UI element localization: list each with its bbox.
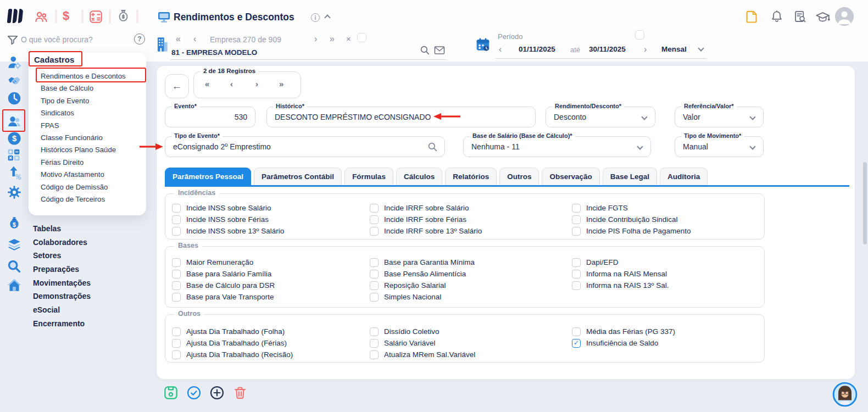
cb-ajusta-dia-trabalhado-folha[interactable]: Ajusta Dia Trabalhado (Folha)	[172, 327, 293, 336]
confirm-button[interactable]	[187, 386, 201, 400]
cb-dissidio-coletivo[interactable]: Dissídio Coletivo	[370, 327, 475, 336]
menu-item-ferias-direito[interactable]: Férias Direito	[41, 157, 126, 169]
company-last-button[interactable]: »	[330, 35, 335, 43]
sidebar-section-demonstracoes[interactable]: Demonstrações	[33, 289, 91, 303]
mail-icon[interactable]	[434, 46, 445, 57]
sidebar-section-preparacoes[interactable]: Preparações	[33, 263, 91, 276]
cb-base-garantia-minima[interactable]: Base para Garantia Mínima	[370, 258, 475, 267]
cb-incide-irrf-sobre-ferias[interactable]: Incide IRRF sobre Férias	[370, 215, 482, 224]
vertical-scrollbar[interactable]	[863, 162, 867, 244]
company-next-button[interactable]: ›	[314, 35, 317, 43]
tipo-movimento-select[interactable]	[683, 137, 748, 156]
sidebar-section-movimentacoes[interactable]: Movimentações	[33, 276, 91, 290]
sidebar-section-esocial[interactable]: eSocial	[33, 303, 91, 317]
period-start-date[interactable]: 01/11/2025	[519, 45, 555, 53]
base-salario-select[interactable]	[471, 137, 635, 156]
period-next-button[interactable]: ›	[644, 45, 647, 54]
tab-parametros-pessoal[interactable]: Parâmetros Pessoal	[165, 168, 251, 185]
cb-incide-irrf-sobre-salario[interactable]: Incide IRRF sobre Salário	[370, 203, 482, 213]
search-module-icon[interactable]	[7, 259, 21, 274]
math-operations-icon[interactable]	[7, 148, 21, 163]
cb-salario-variavel[interactable]: Salário Variável	[370, 338, 475, 348]
tab-base-legal[interactable]: Base Legal	[603, 168, 657, 185]
menu-item-codigo-de-demissao[interactable]: Código de Demissão	[41, 181, 126, 193]
chevron-down-icon[interactable]	[641, 114, 647, 120]
company-first-button[interactable]: «	[176, 35, 181, 43]
clock-icon[interactable]	[7, 91, 21, 105]
filter-funnel-icon[interactable]	[7, 34, 19, 48]
tab-parametros-contabil[interactable]: Parâmetros Contábil	[254, 168, 342, 185]
employees-icon[interactable]	[34, 10, 48, 26]
home-icon[interactable]	[7, 278, 21, 292]
app-logo[interactable]	[7, 9, 24, 23]
chevron-down-icon[interactable]	[749, 114, 755, 120]
tab-formulas[interactable]: Fórmulas	[344, 168, 393, 185]
user-avatar[interactable]	[835, 7, 854, 26]
menu-item-sindicatos[interactable]: Sindicatos	[41, 107, 126, 119]
add-button[interactable]	[210, 386, 224, 400]
company-prev-button[interactable]: ‹	[193, 35, 196, 43]
period-prev-button[interactable]: ‹	[499, 45, 502, 54]
sidebar-section-tabelas[interactable]: Tabelas	[33, 222, 91, 236]
sidebar-section-colaboradores[interactable]: Colaboradores	[33, 236, 91, 249]
menu-item-classe-funcionario[interactable]: Classe Funcionário	[41, 132, 126, 144]
calculator-icon[interactable]	[89, 10, 103, 26]
cb-informa-rais-13-sal[interactable]: Informa na RAIS 13º Sal.	[572, 281, 669, 290]
notes-icon[interactable]	[745, 10, 759, 26]
evento-input[interactable]	[173, 108, 247, 126]
gear-icon[interactable]	[7, 185, 21, 199]
menu-item-motivo-afastamento[interactable]: Motivo Afastamento	[41, 169, 126, 181]
cb-incide-pis-folha[interactable]: Incide PIS Folha de Pagamento	[572, 226, 691, 236]
company-search-icon[interactable]	[420, 45, 430, 58]
cb-incide-inss-sobre-13-salario[interactable]: Incide INSS sobre 13º Salário	[172, 226, 284, 236]
support-chat-avatar[interactable]	[832, 381, 858, 408]
chevron-down-icon[interactable]	[749, 143, 755, 149]
cb-incide-contribuicao-sindical[interactable]: Incide Contribuição Sindical	[572, 215, 691, 224]
cb-incide-inss-sobre-salario[interactable]: Incide INSS sobre Salário	[172, 203, 284, 213]
save-button[interactable]	[164, 386, 178, 400]
record-prev-button[interactable]: ‹	[230, 79, 233, 88]
cb-base-calculo-dsr[interactable]: Base de Cálculo para DSR	[172, 281, 275, 290]
user-settings-icon[interactable]	[7, 55, 21, 69]
cb-atualiza-mrem-sal-variavel[interactable]: Atualiza MRem Sal.Variável	[370, 350, 475, 359]
rendimento-desconto-select[interactable]	[554, 108, 639, 126]
search-input[interactable]	[21, 34, 109, 45]
cb-incide-inss-sobre-ferias[interactable]: Incide INSS sobre Férias	[172, 215, 284, 224]
delete-button[interactable]	[233, 386, 247, 400]
cb-media-das-ferias-pg-337[interactable]: Média das Férias (PG 337)	[572, 327, 675, 336]
historico-input[interactable]	[275, 108, 527, 126]
back-button[interactable]: ←	[165, 74, 189, 98]
period-mode-select[interactable]: Mensal	[661, 45, 687, 53]
cb-insuficiencia-de-saldo[interactable]: Insuficiência de Saldo	[572, 338, 675, 348]
promotion-arrow-icon[interactable]	[7, 165, 21, 180]
notifications-bell-icon[interactable]	[770, 10, 783, 26]
menu-item-rendimentos-e-descontos[interactable]: Rendimentos e Descontos	[41, 70, 126, 82]
record-last-button[interactable]: »	[279, 79, 283, 88]
company-clear-icon[interactable]: ×	[346, 34, 351, 43]
handshake-icon[interactable]	[7, 74, 21, 88]
people-icon[interactable]	[7, 114, 21, 128]
sidebar-section-encerramento[interactable]: Encerramento	[33, 317, 91, 331]
moneybag-icon[interactable]	[116, 9, 130, 26]
tipo-evento-input[interactable]	[173, 137, 429, 156]
cb-maior-remuneracao[interactable]: Maior Remuneração	[172, 258, 275, 267]
record-first-button[interactable]: «	[205, 79, 209, 88]
tab-calculos[interactable]: Cálculos	[396, 168, 442, 185]
cb-ajusta-dia-trabalhado-ferias[interactable]: Ajusta Dia Trabalhado (Férias)	[172, 338, 293, 348]
payroll-dollar-icon[interactable]: $	[63, 9, 69, 23]
menu-section-cadastros[interactable]: Cadastros	[34, 55, 74, 64]
cb-incide-fgts[interactable]: Incide FGTS	[572, 203, 691, 213]
cb-simples-nacional[interactable]: Simples Nacional	[370, 292, 475, 302]
cb-reposicao-salarial[interactable]: Reposição Salarial	[370, 281, 475, 290]
cb-dapi-efd[interactable]: Dapi/EFD	[572, 258, 669, 267]
moneybag-blue-icon[interactable]: $	[7, 216, 21, 230]
period-checkbox[interactable]	[635, 30, 644, 40]
help-icon[interactable]: ?	[134, 34, 145, 44]
tab-observacao[interactable]: Observação	[542, 168, 599, 185]
company-checkbox[interactable]	[357, 33, 366, 42]
training-cap-icon[interactable]	[815, 11, 830, 26]
cb-ajusta-dia-trabalhado-recisao[interactable]: Ajusta Dia Trabalhado (Recisão)	[172, 350, 293, 359]
menu-item-codigo-de-terceiros[interactable]: Código de Terceiros	[41, 193, 126, 205]
period-end-date[interactable]: 30/11/2025	[589, 45, 626, 53]
menu-item-fpas[interactable]: FPAS	[41, 120, 126, 132]
